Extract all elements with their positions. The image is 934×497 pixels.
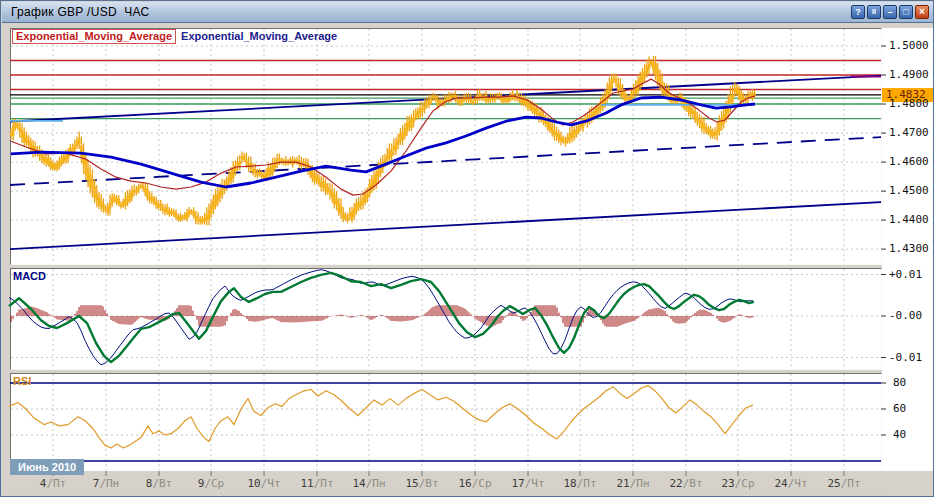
axis-ticks <box>881 46 886 435</box>
date-tick-label: 11/Пт <box>300 477 333 490</box>
price-levels <box>10 61 881 119</box>
macd-label: MACD <box>13 270 46 282</box>
price-tick-label: 1.4500 <box>889 184 929 197</box>
date-tick-label: 7/Пн <box>93 477 120 490</box>
date-tick-label: 25/Пт <box>827 477 860 490</box>
rsi-tick-label: 40 <box>893 428 906 441</box>
date-tick-label: 9/Ср <box>198 477 225 490</box>
price-tick-label: 1.4600 <box>889 155 929 168</box>
date-tick-label: 24/Чт <box>774 477 807 490</box>
grid-horizontal <box>10 46 881 493</box>
legend-ema-fast: Exponential_Moving_Average <box>12 29 176 44</box>
date-tick-label: 18/Пт <box>563 477 596 490</box>
ema-slow-line <box>11 97 755 187</box>
price-tick-label: 1.4300 <box>889 242 929 255</box>
date-tick-label: 8/Вт <box>146 477 173 490</box>
rsi-tick-label: 60 <box>893 402 906 415</box>
rsi-level-lines <box>10 383 881 461</box>
month-badge: Июнь 2010 <box>10 459 84 475</box>
date-tick-label: 21/Пн <box>616 477 649 490</box>
chart-canvas <box>1 1 934 497</box>
rsi-label: RSI <box>13 375 31 387</box>
date-tick-label: 16/Ср <box>458 477 491 490</box>
legend-ema-slow: Exponential_Moving_Average <box>181 30 337 42</box>
date-tick-label: 17/Чт <box>511 477 544 490</box>
date-tick-label: 15/Вт <box>405 477 438 490</box>
macd-tick-label: -0.00 <box>889 309 922 322</box>
macd-tick-label: -0.01 <box>889 351 922 364</box>
price-tick-label: 1.5000 <box>889 39 929 52</box>
macd-tick-label: +0.01 <box>889 268 922 281</box>
price-tick-label: 1.4800 <box>889 97 929 110</box>
date-tick-label: 14/Пн <box>352 477 385 490</box>
date-tick-label: 4/Пт <box>40 477 67 490</box>
price-tick-label: 1.4700 <box>889 126 929 139</box>
indicator-legend: Exponential_Moving_AverageExponential_Mo… <box>12 30 337 42</box>
date-tick-label: 23/Ср <box>721 477 754 490</box>
date-tick-label: 22/Вт <box>669 477 702 490</box>
candles <box>11 56 755 226</box>
date-tick-label: 10/Чт <box>247 477 280 490</box>
chart-window: График GBP /USD ЧАС ? II – □ × Exponenti… <box>0 0 934 497</box>
price-tick-label: 1.4900 <box>889 68 929 81</box>
rsi-tick-label: 80 <box>893 376 906 389</box>
price-tick-label: 1.4400 <box>889 213 929 226</box>
rsi-line <box>9 386 753 448</box>
